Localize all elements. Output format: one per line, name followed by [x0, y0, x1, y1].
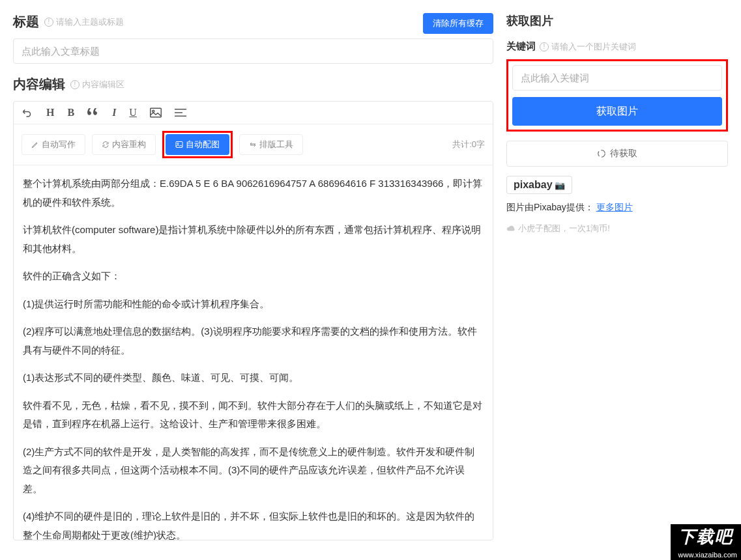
title-heading: 标题 — [13, 13, 39, 31]
pending-status[interactable]: 待获取 — [506, 141, 728, 167]
picture-icon — [175, 141, 183, 148]
align-icon[interactable] — [175, 108, 186, 117]
layout-tool-button[interactable]: 排版工具 — [239, 134, 303, 155]
title-hint: ! 请输入主题或标题 — [44, 16, 124, 28]
pixabay-badge: pixabay📷 — [506, 176, 572, 194]
svg-point-7 — [598, 150, 605, 158]
paragraph: (1)表达形式不同的硬件类型、颜色、味道、可见、可摸、可闻。 — [23, 369, 484, 387]
toolbar-actions: 自动写作 内容重构 自动配图 排版工具 共计:0字 — [14, 124, 493, 165]
camera-icon: 📷 — [555, 180, 565, 190]
foot-note: 小虎子配图，一次1淘币! — [506, 223, 728, 234]
highlight-auto-image: 自动配图 — [162, 131, 233, 158]
heading-icon[interactable]: H — [46, 107, 54, 119]
clear-cache-button[interactable]: 清除所有缓存 — [423, 13, 493, 34]
toolbar-formatting: H B I U — [14, 102, 493, 124]
content-hint: ! 内容编辑区 — [70, 79, 124, 91]
paragraph: 软件看不见，无色，枯燥，看不见，摸不到，闻不到。软件大部分存在于人们的头脑或纸上… — [23, 397, 484, 434]
auto-write-button[interactable]: 自动写作 — [22, 134, 85, 155]
paragraph: (2)生产方式不同的软件是开发，是人类智能的高发挥，而不是传统意义上的硬件制造。… — [23, 443, 484, 499]
paragraph: (4)维护不同的硬件是旧的，理论上软件是旧的，并不坏，但实际上软件也是旧的和坏的… — [23, 507, 484, 540]
paragraph: (2)程序可以满意地处理信息的数据结构。(3)说明程序功能要求和程序需要的文档的… — [23, 322, 484, 359]
italic-icon[interactable]: I — [112, 107, 116, 119]
keyword-input[interactable] — [512, 65, 722, 91]
pen-icon — [31, 141, 39, 148]
image-icon[interactable] — [150, 107, 162, 118]
keyword-hint: ! 请输入一个图片关键词 — [540, 41, 636, 53]
refresh-icon — [102, 141, 109, 148]
restructure-button[interactable]: 内容重构 — [92, 134, 156, 155]
svg-point-6 — [177, 143, 179, 145]
provider-info: 图片由Pixabay提供： 更多图片 — [506, 202, 728, 214]
svg-point-1 — [153, 110, 154, 112]
watermark: 下载吧 www.xiazaiba.com — [671, 524, 741, 560]
paragraph: 软件的正确含义如下： — [23, 267, 484, 286]
reorder-icon — [249, 141, 257, 148]
editor: H B I U 自动写作 — [13, 101, 493, 540]
char-counter: 共计:0字 — [452, 139, 485, 150]
get-image-button[interactable]: 获取图片 — [512, 97, 722, 126]
svg-rect-5 — [176, 142, 182, 148]
paragraph: 整个计算机系统由两部分组成：E.69DA 5 E 6 BA 9062616964… — [23, 175, 484, 212]
undo-icon[interactable] — [22, 107, 33, 119]
quote-icon[interactable] — [87, 108, 99, 117]
info-icon: ! — [44, 18, 53, 27]
info-icon: ! — [540, 42, 549, 51]
svg-rect-0 — [151, 108, 162, 117]
paragraph: 计算机软件(computer software)是指计算机系统中除硬件以外的所有… — [23, 221, 484, 258]
editor-content[interactable]: 整个计算机系统由两部分组成：E.69DA 5 E 6 BA 9062616964… — [14, 165, 493, 540]
spinner-icon — [597, 149, 606, 158]
title-input[interactable] — [13, 38, 493, 64]
content-heading: 内容编辑 — [13, 76, 65, 93]
bold-icon[interactable]: B — [67, 107, 74, 119]
cloud-icon — [506, 225, 516, 232]
info-icon: ! — [70, 80, 80, 89]
more-images-link[interactable]: 更多图片 — [596, 202, 633, 212]
paragraph: (1)提供运行时所需功能和性能的命令或计算机程序集合。 — [23, 295, 484, 314]
auto-image-button[interactable]: 自动配图 — [166, 134, 229, 155]
underline-icon[interactable]: U — [129, 107, 137, 119]
get-image-heading: 获取图片 — [506, 13, 728, 29]
highlight-keyword-box: 获取图片 — [506, 59, 728, 132]
keyword-label: 关键词 — [506, 40, 536, 53]
